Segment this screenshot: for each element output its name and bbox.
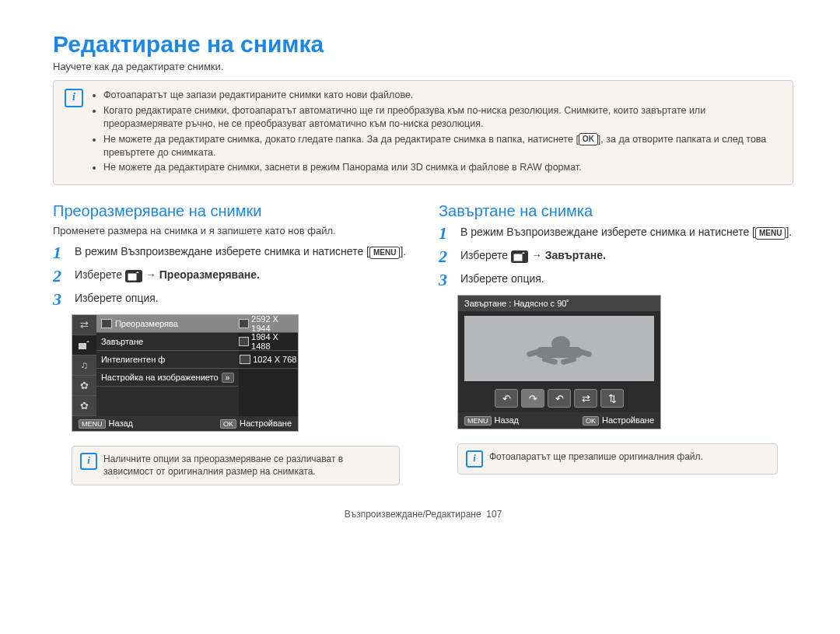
resize-screenshot: ⇄ ♫ ✿ ✿ Преоразмерява Завъртане Интелиге… <box>72 314 299 432</box>
edit-photo-icon <box>125 270 142 282</box>
note-text: Наличните опции за преоразмеряване се ра… <box>103 453 391 478</box>
menu-row-label: Настройка на изображението <box>101 373 219 382</box>
section-heading-resize: Преоразмеряване на снимки <box>53 202 408 220</box>
size-option: 1024 X 768 <box>239 351 298 369</box>
step-suffix: → Преоразмеряване. <box>145 268 260 281</box>
back-label: Назад <box>495 415 520 425</box>
note-item: Фотоапаратът ще запази редактираните сни… <box>103 89 782 102</box>
music-icon: ♫ <box>72 356 96 376</box>
share-icon: ✿ <box>72 376 96 396</box>
rotate-note-box: i Фотоапаратът ще презапише оригиналния … <box>457 443 778 475</box>
menu-row: Интелигентен ф <box>96 351 239 369</box>
rotate-toolbar: ↶ ↷ ↶ ⇄ ⇅ <box>458 386 660 412</box>
menu-row: Преоразмерява <box>96 315 239 333</box>
step-prefix: Изберете <box>75 268 125 281</box>
top-note-list: Фотоапаратът ще запази редактираните сни… <box>91 89 782 177</box>
ok-button-icon: OK <box>583 416 599 426</box>
menu-row: Настройка на изображението» <box>96 369 239 387</box>
resize-section: Преоразмеряване на снимки Променете разм… <box>53 202 408 485</box>
info-icon: i <box>65 89 83 107</box>
rotate-left-icon: ↶ <box>548 389 571 408</box>
note-text: Фотоапаратът ще презапише оригиналния фа… <box>489 450 703 468</box>
size-label: 1984 X 1488 <box>251 332 298 351</box>
step-number: 1 <box>53 244 67 261</box>
menu-button-icon: MENU <box>79 419 106 429</box>
top-note-box: i Фотоапаратът ще запази редактираните с… <box>53 80 793 185</box>
step-text: Изберете → Завъртане. <box>460 248 606 264</box>
step-text: В режим Възпроизвеждане изберете снимка … <box>460 225 792 240</box>
menu-row-label: Интелигентен ф <box>101 355 165 364</box>
menu-row-label: Преоразмерява <box>115 319 178 328</box>
step-text: Изберете опция. <box>75 291 159 306</box>
page-title: Редактиране на снимка <box>53 31 793 58</box>
size-label: 1024 X 768 <box>253 355 296 364</box>
step-suffix: → Завъртане. <box>531 249 606 261</box>
note-item: Когато редактирате снимки, фотоапаратът … <box>103 104 782 131</box>
svg-rect-4 <box>536 347 583 358</box>
shot-footer: MENUНазад OKНастройване <box>458 412 660 429</box>
step-text: В режим Възпроизвеждане изберете снимка … <box>75 244 406 260</box>
shot-sidebar: ⇄ ♫ ✿ ✿ <box>72 315 96 416</box>
picture-icon <box>240 355 250 364</box>
menu-button-icon: MENU <box>464 416 492 426</box>
step-number: 3 <box>439 271 453 289</box>
menu-icon: MENU <box>369 247 400 259</box>
footer-page-number: 107 <box>486 509 502 520</box>
chevron-right-icon: » <box>222 373 234 383</box>
size-option: 2592 X 1944 <box>239 315 298 333</box>
step-number: 3 <box>53 291 67 308</box>
rotate-title: Завъртане : Надясно с 90˚ <box>458 296 660 311</box>
page-footer: Възпроизвеждане/Редактиране 107 <box>53 509 793 520</box>
size-label: 2592 X 1944 <box>251 314 298 333</box>
resize-note-box: i Наличните опции за преоразмеряване се … <box>72 446 400 485</box>
gear-icon: ✿ <box>72 396 96 416</box>
step-text: Изберете → Преоразмеряване. <box>75 268 260 283</box>
page-intro: Научете как да редактирате снимки. <box>53 61 793 72</box>
step-number: 2 <box>439 248 453 265</box>
svg-rect-1 <box>79 343 86 349</box>
picture-icon <box>101 319 112 328</box>
section-desc-resize: Променете размера на снимка и я запишете… <box>53 225 408 236</box>
edit-photo-icon <box>511 250 528 263</box>
step-prefix: Изберете <box>460 249 511 261</box>
back-label: Назад <box>109 419 134 428</box>
step-number: 1 <box>439 225 453 242</box>
edit-photo-icon <box>72 335 96 356</box>
footer-section: Възпроизвеждане/Редактиране <box>345 509 481 520</box>
shot-footer: MENUНазад OKНастройване <box>72 416 298 431</box>
svg-rect-0 <box>128 274 136 280</box>
step-number: 2 <box>53 268 67 285</box>
note-item: Не можете да редактирате снимки, заснети… <box>103 161 782 174</box>
shot-options: 2592 X 1944 1984 X 1488 1024 X 768 <box>239 315 298 416</box>
menu-row: Завъртане <box>96 333 239 351</box>
set-label: Настройване <box>240 419 292 428</box>
ok-icon: OK <box>579 133 598 145</box>
picture-icon <box>239 319 250 328</box>
note-item: Не можете да редактирате снимка, докато … <box>103 133 782 159</box>
swap-icon: ⇄ <box>72 315 96 335</box>
undo-icon: ↶ <box>495 389 518 408</box>
picture-icon <box>239 337 250 346</box>
svg-rect-2 <box>514 254 522 261</box>
rotate-right-icon: ↷ <box>521 389 544 408</box>
shot-menu: Преоразмерява Завъртане Интелигентен ф Н… <box>96 315 239 416</box>
section-heading-rotate: Завъртане на снимка <box>439 202 793 220</box>
rotate-section: Завъртане на снимка 1 В режим Възпроизве… <box>439 202 793 485</box>
flip-vertical-icon: ⇅ <box>600 389 624 408</box>
size-option: 1984 X 1488 <box>239 333 298 351</box>
flip-horizontal-icon: ⇄ <box>574 389 597 408</box>
rotate-preview <box>464 316 654 381</box>
step-text: Изберете опция. <box>460 271 544 287</box>
rotate-screenshot: Завъртане : Надясно с 90˚ ↶ ↷ ↶ ⇄ <box>457 295 661 429</box>
info-icon: i <box>466 450 483 468</box>
info-icon: i <box>80 453 97 470</box>
menu-row-label: Завъртане <box>101 337 143 346</box>
menu-icon: MENU <box>755 227 786 240</box>
set-label: Настройване <box>602 415 654 425</box>
ok-button-icon: OK <box>220 419 236 429</box>
